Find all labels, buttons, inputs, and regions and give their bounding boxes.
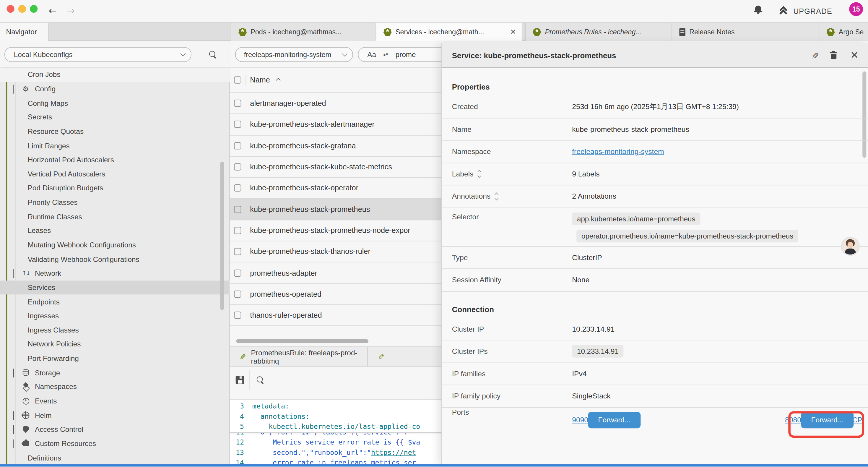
row-value: IPv4 [572, 370, 586, 378]
sidebar-item-pod-disruption-budgets[interactable]: Pod Disruption Budgets [0, 181, 229, 195]
sidebar-item-runtime-classes[interactable]: Runtime Classes [0, 209, 229, 224]
name-column-header[interactable]: Name [250, 76, 280, 84]
value-chip: operator.prometheus.io/name=kube-prometh… [577, 229, 798, 242]
sort-up-down-icon[interactable] [478, 171, 481, 177]
sidebar-item-label: Events [35, 397, 57, 405]
sidebar-item-config[interactable]: ⚙Config [0, 82, 229, 96]
tab-navigator[interactable]: Navigator [0, 23, 49, 41]
close-icon[interactable]: ✕ [850, 51, 859, 60]
sidebar-item-network-policies[interactable]: Network Policies [0, 337, 229, 351]
namespace-link[interactable]: freeleaps-monitoring-system [572, 147, 664, 156]
sidebar-item-horizontal-pod-autoscalers[interactable]: Horizontal Pod Autoscalers [0, 153, 229, 167]
chevron-right-icon[interactable] [13, 411, 14, 420]
editor-search-icon[interactable] [256, 376, 265, 384]
row-value: 10.233.14.91 [572, 325, 615, 333]
row-checkbox[interactable] [234, 184, 241, 192]
row-checkbox[interactable] [234, 121, 241, 128]
sidebar-item-label: Config Maps [28, 99, 68, 107]
row-label: Labels [452, 170, 473, 178]
select-all-checkbox[interactable] [234, 76, 241, 83]
chevron-down-icon[interactable] [13, 439, 14, 448]
sidebar-item-label: Config [35, 85, 56, 93]
chevron-down-icon[interactable] [13, 269, 14, 278]
sort-up-down-icon[interactable] [495, 193, 498, 200]
sidebar-item-network[interactable]: ↑↓Network [0, 266, 229, 281]
row-checkbox[interactable] [234, 248, 241, 255]
filter-input[interactable]: Aa ▪* prome [358, 47, 452, 62]
notification-badge[interactable]: 15 [849, 2, 863, 16]
sidebar-item-namespaces[interactable]: Namespaces [0, 380, 229, 394]
detail-row: IP familiesIPv4 [442, 363, 868, 385]
row-value: 253d 16h 6m ago (2025年1月13日 GMT+8 1:25:3… [572, 102, 739, 111]
close-window-light[interactable] [6, 5, 14, 13]
back-icon[interactable]: ← [49, 4, 57, 17]
namespace-select[interactable]: freeleaps-monitoring-system [235, 47, 353, 62]
row-checkbox[interactable] [234, 99, 241, 107]
sidebar-item-vertical-pod-autoscalers[interactable]: Vertical Pod Autoscalers [0, 167, 229, 181]
sidebar-item-ingresses[interactable]: Ingresses [0, 309, 229, 323]
assistant-avatar[interactable] [841, 237, 860, 256]
editor-tab-title: PrometheusRule: freeleaps-prod-rabbitmq [251, 348, 368, 365]
close-icon[interactable]: ✕ [507, 28, 516, 36]
zoom-window-light[interactable] [30, 5, 37, 13]
chevron-right-icon[interactable] [13, 425, 14, 434]
upgrade-button[interactable]: UPGRADE [780, 3, 832, 19]
kubeconfig-select[interactable]: Local Kubeconfigs [4, 47, 191, 62]
forward-button[interactable]: Forward... [588, 411, 641, 428]
sidebar-item-custom-resources[interactable]: Custom Resources [0, 437, 229, 451]
sidebar-item-endpoints[interactable]: Endpoints [0, 295, 229, 309]
section-title: Properties [442, 69, 868, 96]
horizontal-scrollbar[interactable] [236, 339, 369, 343]
service-name: alertmanager-operated [250, 99, 326, 107]
chevron-right-icon[interactable] [13, 369, 14, 377]
sidebar-scrollbar[interactable] [220, 162, 224, 310]
tab-pods-icecheng-mathmas[interactable]: *Pods - icecheng@mathmas... [231, 23, 376, 41]
match-case-icon[interactable]: Aa [367, 50, 376, 59]
regex-icon[interactable]: ▪* [383, 51, 388, 58]
row-label: Session Affinity [452, 276, 501, 284]
sidebar-item-priority-classes[interactable]: Priority Classes [0, 195, 229, 209]
forward-icon[interactable]: → [67, 4, 75, 17]
sidebar-item-leases[interactable]: Leases [0, 224, 229, 238]
sidebar-item-services[interactable]: Services [0, 281, 229, 295]
detail-row: Cluster IP10.233.14.91 [442, 318, 868, 341]
sidebar-item-port-forwarding[interactable]: Port Forwarding [0, 351, 229, 366]
editor-tab-prometheusrule[interactable]: ✎ PrometheusRule: freeleaps-prod-rabbitm… [230, 347, 368, 367]
minimize-window-light[interactable] [18, 5, 26, 13]
sidebar-item-validating-webhook-configurations[interactable]: Validating Webhook Configurations [0, 252, 229, 266]
row-checkbox[interactable] [234, 142, 241, 149]
sidebar-item-access-control[interactable]: Access Control [0, 422, 229, 437]
sidebar-item-label: Network Policies [28, 340, 81, 348]
bell-icon[interactable] [754, 5, 762, 14]
sidebar-item-config-maps[interactable]: Config Maps [0, 96, 229, 110]
sidebar-item-ingress-classes[interactable]: Ingress Classes [0, 323, 229, 337]
search-icon[interactable] [209, 50, 217, 59]
row-checkbox[interactable] [234, 312, 241, 319]
tab-prometheus-rules-icecheng[interactable]: *Prometheus Rules - icecheng... [525, 23, 672, 41]
row-checkbox[interactable] [234, 227, 241, 234]
sidebar-item-label: Custom Resources [35, 439, 96, 448]
sidebar-item-resource-quotas[interactable]: Resource Quotas [0, 124, 229, 138]
row-checkbox[interactable] [234, 163, 241, 170]
sidebar-item-label: Namespaces [35, 383, 77, 391]
save-icon[interactable] [236, 376, 244, 384]
edit-icon[interactable]: ✎ [812, 51, 819, 61]
row-checkbox[interactable] [234, 291, 241, 298]
row-label: Cluster IP [452, 325, 484, 333]
tab-release-notes[interactable]: Release Notes [672, 23, 819, 41]
row-checkbox[interactable] [234, 206, 241, 213]
sidebar-item-secrets[interactable]: Secrets [0, 110, 229, 124]
sidebar-item-cron-jobs[interactable]: Cron Jobs [0, 67, 229, 82]
detail-row: Session AffinityNone [442, 269, 868, 291]
sidebar-item-helm[interactable]: Helm [0, 408, 229, 422]
sidebar-item-events[interactable]: Events [0, 394, 229, 408]
sidebar-item-definitions[interactable]: Definitions [0, 451, 229, 465]
sidebar-item-storage[interactable]: Storage [0, 366, 229, 380]
row-checkbox[interactable] [234, 269, 241, 276]
chevron-down-icon[interactable] [13, 85, 14, 93]
sidebar-item-limit-ranges[interactable]: Limit Ranges [0, 139, 229, 153]
sidebar-item-mutating-webhook-configurations[interactable]: Mutating Webhook Configurations [0, 238, 229, 252]
tab-services-icecheng-math[interactable]: *Services - icecheng@math...✕ [375, 23, 522, 41]
value-chip: 10.233.14.91 [572, 345, 624, 358]
tab-argo-se[interactable]: *Argo Se [819, 23, 868, 41]
